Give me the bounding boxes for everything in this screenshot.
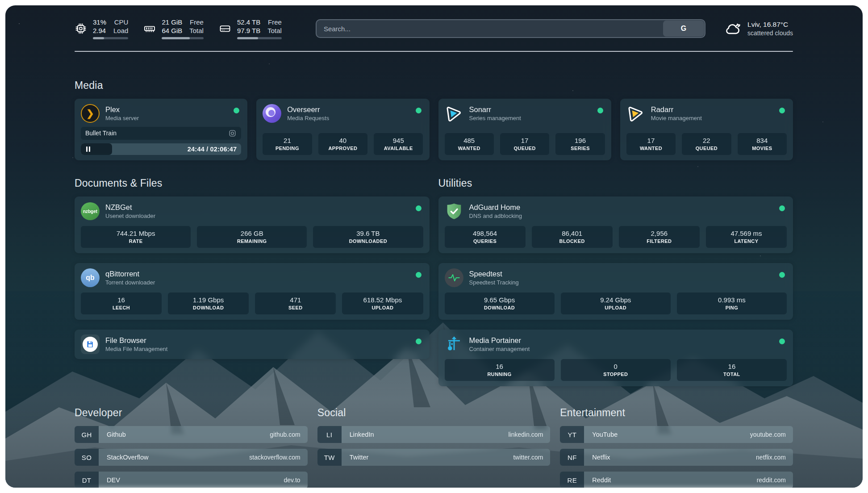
- service-card-adguard[interactable]: AdGuard Home DNS and adblocking 498,564 …: [438, 196, 793, 253]
- service-description: Torrent downloader: [105, 279, 155, 286]
- service-description: Movie management: [651, 115, 702, 122]
- bookmark-abbr: GH: [75, 426, 99, 443]
- service-description: Media File Management: [105, 346, 167, 353]
- bookmark-url: reddit.com: [757, 476, 793, 484]
- stat-label: UPLOAD: [344, 305, 421, 311]
- stat-seed: 471 SEED: [255, 292, 336, 314]
- stat-label: PING: [679, 305, 785, 311]
- qbittorrent-icon: qb: [81, 268, 100, 287]
- bookmark-youtube[interactable]: YT YouTube youtube.com: [560, 426, 793, 443]
- nzbget-icon: nzbget: [81, 202, 100, 221]
- stat-wanted: 485 WANTED: [445, 133, 494, 155]
- disk-label-1: Free: [267, 18, 282, 26]
- ram-icon: [143, 22, 156, 35]
- filebrowser-icon: [81, 335, 100, 354]
- stat-value: 485: [447, 136, 492, 145]
- radarr-icon: [625, 103, 646, 124]
- service-card-speedtest[interactable]: Speedtest Speedtest Tracking 9.65 Gbps D…: [438, 263, 793, 320]
- memory-progress-bar: [162, 37, 204, 39]
- stat-stopped: 0 STOPPED: [561, 359, 671, 381]
- stat-remaining: 266 GB REMAINING: [197, 226, 307, 248]
- service-card-radarr[interactable]: Radarr Movie management 17 WANTED 22 QUE…: [620, 99, 793, 160]
- stat-pending: 21 PENDING: [263, 133, 312, 155]
- service-name: Sonarr: [469, 105, 521, 114]
- search-bar: G: [316, 19, 705, 38]
- service-card-plex[interactable]: ❯ Plex Media server Bullet Train: [75, 99, 247, 160]
- stat-label: AVAILABLE: [376, 145, 421, 151]
- memory-widget: 21 GiB Free 64 GiB Total: [143, 18, 204, 39]
- stat-label: UPLOAD: [563, 305, 669, 311]
- section-heading-documents: Documents & Files: [75, 177, 430, 189]
- disk-label-2: Total: [267, 26, 282, 35]
- service-name: Speedtest: [469, 269, 519, 278]
- stat-label: LEECH: [83, 305, 160, 311]
- bookmark-url: twitter.com: [513, 454, 550, 461]
- section-heading-social: Social: [317, 407, 551, 419]
- stat-queries: 498,564 QUERIES: [445, 226, 526, 248]
- status-dot: [779, 108, 785, 113]
- plex-progress-elapsed: [81, 143, 112, 155]
- memory-label-1: Free: [189, 18, 204, 26]
- bookmark-url: stackoverflow.com: [249, 454, 307, 461]
- service-description: Speedtest Tracking: [469, 279, 519, 286]
- service-card-overseerr[interactable]: Overseerr Media Requests 21 PENDING 40 A…: [256, 99, 429, 160]
- video-icon: [228, 129, 237, 138]
- plex-progress-bar: 24:44 / 02:06:47: [81, 143, 241, 155]
- stat-queued: 17 QUEUED: [500, 133, 549, 155]
- stat-value: 945: [376, 136, 421, 145]
- bookmark-netflix[interactable]: NF Netflix netflix.com: [560, 449, 793, 466]
- stat-upload: 618.52 Mbps UPLOAD: [342, 292, 423, 314]
- cpu-value-1: 31%: [93, 18, 106, 26]
- overseerr-icon: [263, 104, 281, 123]
- stat-downloaded: 39.6 TB DOWNLOADED: [313, 226, 423, 248]
- stat-series: 196 SERIES: [555, 133, 605, 155]
- memory-value-2: 64 GiB: [162, 26, 182, 35]
- stat-label: STOPPED: [563, 371, 669, 377]
- section-heading-utilities: Utilities: [438, 177, 793, 189]
- status-dot: [779, 205, 785, 211]
- cpu-progress-bar: [93, 37, 128, 39]
- bookmark-stackoverflow[interactable]: SO StackOverflow stackoverflow.com: [75, 449, 308, 466]
- service-card-sonarr[interactable]: Sonarr Series management 485 WANTED 17 Q…: [438, 99, 611, 160]
- stat-available: 945 AVAILABLE: [374, 133, 423, 155]
- stat-label: SERIES: [557, 145, 603, 151]
- stat-label: QUERIES: [447, 238, 524, 244]
- weather-widget[interactable]: Lviv, 16.87°C scattered clouds: [724, 20, 793, 38]
- bookmark-reddit[interactable]: RE Reddit reddit.com: [560, 472, 793, 488]
- service-description: Media Requests: [287, 115, 329, 122]
- search-input[interactable]: [316, 19, 705, 38]
- bookmark-name: DEV: [99, 476, 120, 484]
- bookmark-url: linkedin.com: [509, 431, 551, 438]
- search-provider-button[interactable]: G: [663, 21, 704, 37]
- service-card-nzbget[interactable]: nzbget NZBGet Usenet downloader 744.21 M…: [75, 196, 430, 253]
- service-name: qBittorrent: [105, 269, 155, 278]
- status-dot: [416, 205, 421, 211]
- pause-icon: [86, 146, 88, 152]
- stat-label: DOWNLOADED: [315, 238, 421, 244]
- service-card-qbittorrent[interactable]: qb qBittorrent Torrent downloader 16 LEE…: [75, 263, 430, 320]
- stat-label: LATENCY: [708, 238, 785, 244]
- now-playing-title: Bullet Train: [85, 130, 117, 137]
- bookmark-dev[interactable]: DT DEV dev.to: [75, 472, 308, 488]
- stat-value: 21: [264, 136, 310, 145]
- stat-value: 2,956: [621, 229, 698, 238]
- bookmark-linkedin[interactable]: LI LinkedIn linkedin.com: [317, 426, 551, 443]
- bookmark-twitter[interactable]: TW Twitter twitter.com: [317, 449, 551, 466]
- stat-label: MOVIES: [739, 145, 785, 151]
- disk-progress-bar: [237, 37, 282, 39]
- topbar-separator: [75, 51, 793, 52]
- stat-value: 471: [257, 296, 334, 304]
- disk-icon: [219, 22, 231, 35]
- portainer-icon: [445, 335, 463, 354]
- bookmark-github[interactable]: GH Github github.com: [75, 426, 308, 443]
- documents-column: Documents & Files nzbget NZBGet Usenet d…: [75, 177, 430, 359]
- service-description: Series management: [469, 115, 521, 122]
- service-card-portainer[interactable]: Media Portainer Container management 16 …: [438, 330, 793, 386]
- stat-value: 196: [557, 136, 603, 145]
- service-name: AdGuard Home: [469, 203, 522, 212]
- service-card-filebrowser[interactable]: File Browser Media File Management: [75, 330, 430, 359]
- dashboard-window: 31% CPU 2.94 Load: [5, 5, 863, 488]
- stat-wanted: 17 WANTED: [626, 133, 676, 155]
- disk-value-2: 97.9 TB: [237, 26, 260, 35]
- bookmark-url: dev.to: [284, 476, 308, 484]
